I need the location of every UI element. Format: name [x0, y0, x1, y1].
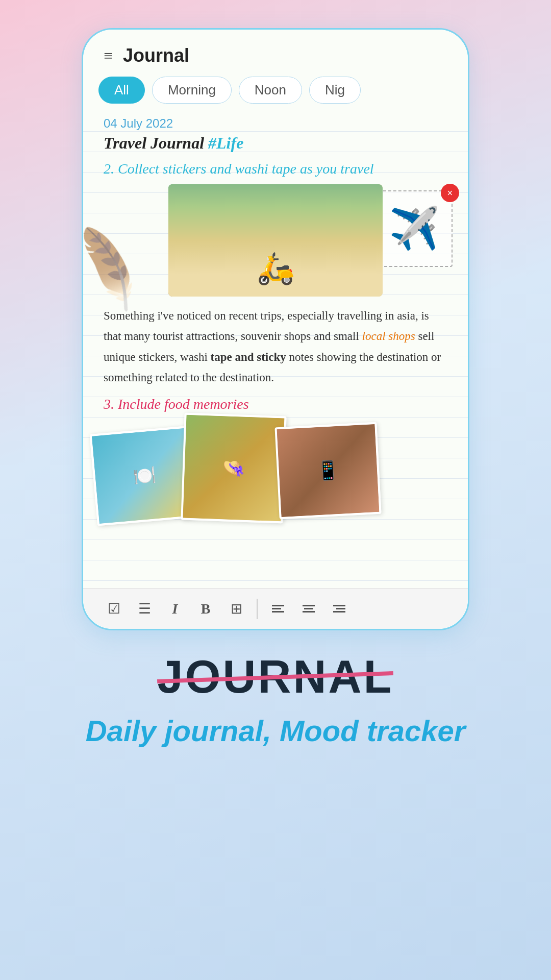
tab-all[interactable]: All: [98, 77, 145, 104]
bottom-section: JOURNAL Daily journal, Mood tracker: [86, 651, 466, 748]
collage-photo-3: 📱: [274, 422, 381, 519]
formatting-toolbar: ☑ ☰ I B ⊞: [83, 588, 468, 629]
tab-noon[interactable]: Noon: [239, 77, 302, 104]
journal-title: Travel Journal #Life: [104, 134, 447, 153]
highlight-local-shops: local shops: [362, 330, 415, 342]
photo-collage: 🍽️ 👒 📱: [104, 420, 447, 522]
svg-rect-7: [336, 608, 345, 609]
checkbox-button[interactable]: ☑: [98, 594, 129, 624]
align-right-button[interactable]: [324, 594, 355, 624]
svg-rect-6: [333, 605, 345, 606]
app-subtitle: Daily journal, Mood tracker: [86, 714, 466, 748]
bold-text: tape and sticky: [211, 351, 286, 363]
bold-button[interactable]: B: [190, 594, 221, 624]
sticker-emoji: ✈️: [389, 205, 440, 253]
collage-photo-2: 👒: [181, 413, 286, 524]
phone-frame: ≡ Journal All Morning Noon Nig ✈️ × 04 J…: [82, 28, 469, 630]
toolbar-divider: [257, 599, 258, 619]
svg-rect-2: [272, 611, 284, 612]
section3-header: 3. Include food memories: [104, 396, 447, 412]
menu-icon[interactable]: ≡: [104, 47, 113, 64]
main-photo-inner: 🛵: [168, 184, 383, 297]
svg-rect-5: [303, 611, 315, 612]
header-title: Journal: [123, 45, 189, 66]
align-left-button[interactable]: [263, 594, 293, 624]
app-name: JOURNAL: [157, 651, 393, 703]
phone-inner: ≡ Journal All Morning Noon Nig ✈️ × 04 J…: [83, 30, 468, 629]
filter-tabs: All Morning Noon Nig: [83, 74, 468, 111]
italic-button[interactable]: I: [160, 594, 190, 624]
list-button[interactable]: ☰: [129, 594, 160, 624]
sticker-widget[interactable]: ✈️ ×: [376, 190, 453, 267]
image-button[interactable]: ⊞: [221, 594, 252, 624]
entry-date: 04 July 2022: [104, 116, 447, 131]
body-text: Something i've noticed on recent trips, …: [104, 306, 447, 388]
svg-rect-4: [304, 608, 313, 609]
svg-rect-0: [272, 605, 284, 606]
tab-night[interactable]: Nig: [309, 77, 361, 104]
section2-header: 2. Collect stickers and washi tape as yo…: [104, 161, 447, 177]
tab-morning[interactable]: Morning: [152, 77, 232, 104]
sticker-close-button[interactable]: ×: [441, 184, 459, 202]
app-header: ≡ Journal: [83, 30, 468, 74]
main-travel-photo: 🛵: [168, 184, 383, 297]
align-center-button[interactable]: [293, 594, 324, 624]
journal-content: ✈️ × 04 July 2022 Travel Journal #Life 2…: [83, 111, 468, 591]
svg-rect-8: [333, 611, 345, 612]
svg-rect-3: [303, 605, 315, 606]
svg-rect-1: [272, 608, 281, 609]
